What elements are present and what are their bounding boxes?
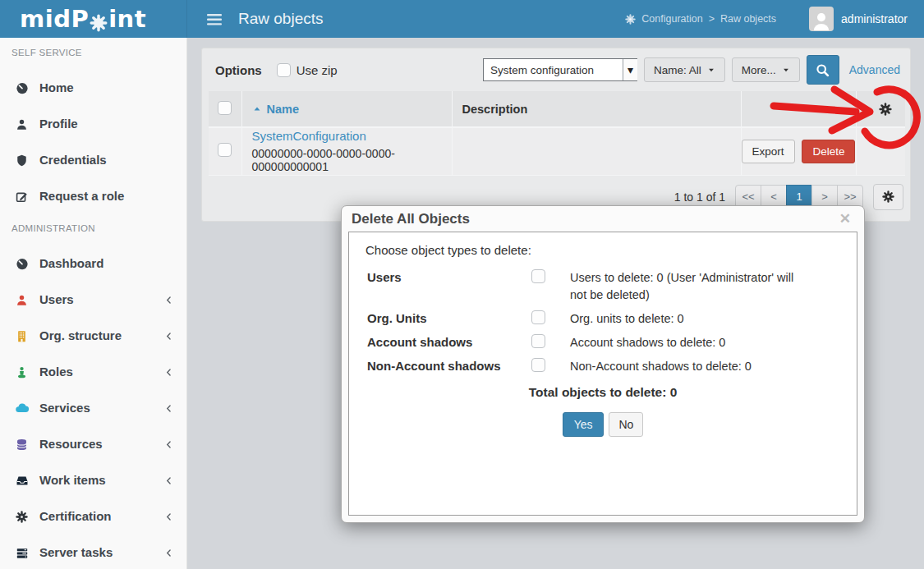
- users-label: Users: [367, 269, 531, 284]
- modal-titlebar[interactable]: Delete All Objects ✕: [348, 206, 857, 232]
- account-shadows-count-text: Account shadows to delete: 0: [570, 334, 810, 351]
- sidebar-item-dashboard[interactable]: Dashboard: [0, 245, 186, 281]
- sidebar-item-label: Request a role: [39, 189, 124, 203]
- sidebar-item-certification[interactable]: Certification: [0, 498, 186, 534]
- table-row: SystemConfiguration 00000000-0000-0000-0…: [209, 127, 905, 175]
- user-menu[interactable]: administrator: [809, 7, 908, 31]
- sidebar-item-home[interactable]: Home: [0, 69, 186, 105]
- sidebar-item-profile[interactable]: Profile: [0, 105, 186, 141]
- org-units-count-text: Org. units to delete: 0: [570, 310, 810, 328]
- chevron-left-icon: [164, 509, 173, 523]
- search-icon: [816, 63, 830, 77]
- logo-text-pre: midP: [20, 5, 89, 33]
- more-filter-dropdown[interactable]: More...: [732, 57, 800, 82]
- sidebar-item-request-a-role[interactable]: Request a role: [0, 177, 186, 213]
- select-all-checkbox[interactable]: [218, 101, 232, 115]
- no-button[interactable]: No: [609, 412, 643, 437]
- search-toolbar: System configuration ▾ Name: All More...…: [483, 55, 900, 85]
- sidebar-item-org-structure[interactable]: Org. structure: [0, 317, 186, 353]
- breadcrumb-separator: >: [709, 13, 715, 25]
- sidebar-item-label: Services: [39, 401, 90, 415]
- sidebar-item-label: Org. structure: [39, 328, 122, 342]
- chevron-left-icon: [164, 292, 173, 306]
- sidebar-item-server-tasks[interactable]: Server tasks: [0, 534, 186, 569]
- logo-area[interactable]: midPint: [0, 0, 187, 38]
- close-icon[interactable]: ✕: [836, 210, 854, 227]
- yes-button[interactable]: Yes: [563, 412, 605, 437]
- options-label: Options: [215, 63, 262, 77]
- top-navbar: midPint Raw objects Configuration > Raw …: [0, 0, 924, 38]
- non-account-shadows-label: Non-Account shadows: [367, 358, 531, 373]
- table-settings-gear-icon[interactable]: [879, 103, 892, 116]
- delete-button[interactable]: Delete: [802, 140, 855, 163]
- avatar: [809, 7, 834, 31]
- user-icon: [15, 291, 29, 306]
- caret-down-icon: [782, 66, 790, 74]
- advanced-search-link[interactable]: Advanced: [849, 63, 900, 76]
- org-units-checkbox[interactable]: [531, 310, 545, 324]
- name-column-header[interactable]: Name: [242, 103, 452, 116]
- sidebar-item-label: Users: [39, 292, 74, 306]
- use-zip-label: Use zip: [297, 63, 338, 77]
- sidebar-item-users[interactable]: Users: [0, 281, 186, 317]
- breadcrumb-configuration[interactable]: Configuration: [641, 13, 702, 25]
- users-checkbox[interactable]: [531, 269, 545, 283]
- description-column-header: Description: [452, 91, 741, 127]
- delete-row-org-units: Org. Units Org. units to delete: 0: [365, 310, 840, 328]
- non-account-shadows-checkbox[interactable]: [531, 358, 545, 372]
- gauge-icon: [15, 255, 29, 270]
- seal-icon: [15, 508, 29, 523]
- sidebar-item-credentials[interactable]: Credentials: [0, 141, 186, 177]
- building-icon: [15, 328, 29, 342]
- breadcrumb: Configuration > Raw objects: [625, 13, 776, 25]
- sidebar-item-label: Dashboard: [39, 256, 103, 270]
- options-row: Options Use zip System configuration ▾ N…: [202, 48, 910, 91]
- modal-intro-text: Choose object types to delete:: [365, 243, 840, 257]
- sidebar-section-self-service: SELF SERVICE: [0, 38, 186, 69]
- sidebar-section-administration: ADMINISTRATION: [0, 213, 186, 245]
- logo-text-post: int: [108, 5, 146, 33]
- caret-down-icon: [707, 66, 715, 74]
- midpoint-logo: midPint: [20, 2, 146, 35]
- raw-objects-panel: Options Use zip System configuration ▾ N…: [201, 48, 911, 222]
- use-zip-checkbox[interactable]: [277, 63, 291, 77]
- sidebar-item-roles[interactable]: Roles: [0, 353, 186, 389]
- sidebar: SELF SERVICE Home Profile Credentials Re…: [0, 38, 187, 569]
- role-icon: [15, 364, 29, 379]
- modal-title: Delete All Objects: [352, 211, 470, 227]
- export-button[interactable]: Export: [742, 140, 795, 163]
- org-units-label: Org. Units: [367, 310, 531, 325]
- row-checkbox[interactable]: [218, 143, 232, 157]
- sidebar-item-work-items[interactable]: Work items: [0, 461, 186, 498]
- delete-all-objects-modal: Delete All Objects ✕ Choose object types…: [341, 205, 865, 523]
- account-shadows-label: Account shadows: [367, 334, 531, 349]
- name-filter-dropdown[interactable]: Name: All: [644, 57, 725, 82]
- cloud-icon: [15, 400, 29, 415]
- sidebar-item-label: Home: [39, 80, 74, 94]
- configuration-gear-icon: [625, 14, 636, 25]
- sidebar-toggle-hamburger-icon[interactable]: [202, 7, 227, 30]
- chevron-left-icon: [164, 328, 173, 342]
- name-header-label: Name: [267, 103, 300, 116]
- breadcrumb-raw-objects[interactable]: Raw objects: [720, 13, 776, 25]
- edit-icon: [15, 188, 29, 203]
- users-count-text: Users to delete: 0 (User 'Administrator'…: [570, 269, 810, 304]
- person-icon: [811, 10, 832, 31]
- account-shadows-checkbox[interactable]: [531, 334, 545, 348]
- database-icon: [15, 436, 29, 451]
- delete-row-account-shadows: Account shadows Account shadows to delet…: [365, 334, 840, 351]
- logo-gear-icon: [90, 7, 108, 35]
- chevron-left-icon: [164, 401, 173, 415]
- object-name-link[interactable]: SystemConfiguration: [252, 129, 452, 143]
- paging-settings-button[interactable]: [873, 184, 903, 210]
- chevron-left-icon: [164, 365, 173, 379]
- object-description-cell: [452, 127, 741, 175]
- gauge-icon: [15, 80, 29, 94]
- pagination-summary: 1 to 1 of 1: [674, 190, 725, 204]
- search-button[interactable]: [807, 55, 839, 85]
- object-type-select[interactable]: System configuration: [483, 58, 637, 81]
- sidebar-item-resources[interactable]: Resources: [0, 425, 186, 461]
- name-filter-label: Name: All: [654, 64, 701, 76]
- sidebar-item-label: Resources: [39, 437, 103, 451]
- sidebar-item-services[interactable]: Services: [0, 389, 186, 425]
